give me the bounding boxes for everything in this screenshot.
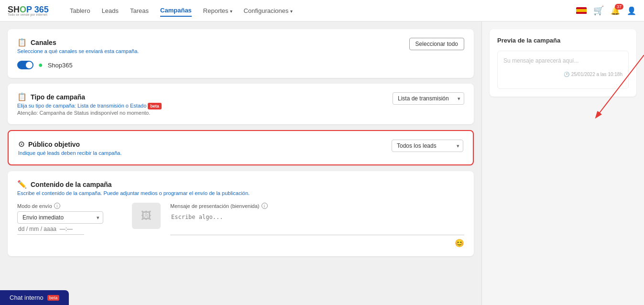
publico-subtitle: Indique qué leads deben recibir la campa… (18, 150, 121, 156)
logo: SHOP 365 Todo se vende por internet (8, 5, 55, 16)
publico-title: ⊙ Público objetivo (18, 140, 121, 149)
contenido-subtitle: Escribe el contenido de la campaña. Pued… (17, 190, 250, 196)
publico-icon: ⊙ (18, 140, 24, 149)
contenido-row: Modo de envío i Envío inmediato Programa… (17, 203, 464, 248)
nav-campanas[interactable]: Campañas (160, 5, 192, 17)
left-content: 📋 Canales Seleccione a qué canales se en… (0, 22, 481, 305)
navbar: SHOP 365 Todo se vende por internet Tabl… (0, 0, 644, 22)
contenido-card: ✏️ Contenido de la campaña Escribe el co… (8, 171, 474, 256)
media-placeholder[interactable]: 🖼 (132, 203, 161, 229)
contenido-title: ✏️ Contenido de la campaña (17, 180, 250, 189)
canales-header: 📋 Canales Seleccione a qué canales se en… (17, 38, 464, 54)
modo-select-container: Envío inmediato Programado (17, 211, 103, 224)
user-icon[interactable]: 👤 (627, 6, 636, 15)
cart-icon[interactable]: 🛒 (593, 5, 604, 16)
preview-placeholder: Su mensaje aparecerá aquí... (503, 57, 579, 64)
notifications-badge: 37 (615, 4, 623, 10)
modo-select[interactable]: Envío inmediato Programado (17, 211, 103, 224)
contenido-header: ✏️ Contenido de la campaña Escribe el co… (17, 180, 464, 196)
config-arrow: ▾ (290, 9, 293, 14)
clock-icon: 🕐 (564, 72, 569, 77)
emoji-icon[interactable]: 😊 (170, 239, 464, 248)
message-label: Mensaje de presentación (bienvenida) i (170, 203, 464, 209)
publico-header: ⊙ Público objetivo Indique qué leads deb… (18, 140, 463, 156)
flag-icon[interactable] (576, 7, 587, 14)
canales-icon: 📋 (17, 38, 27, 47)
tipo-icon: 📋 (17, 92, 27, 101)
modo-info-icon[interactable]: i (54, 203, 60, 209)
nav-tareas[interactable]: Tareas (130, 5, 149, 16)
publico-objetivo-card: ⊙ Público objetivo Indique qué leads deb… (8, 130, 474, 165)
preview-title: Previa de la campaña (497, 37, 629, 44)
channel-name: Shop365 (48, 62, 73, 69)
publico-select-container: Todos los leads Segmento (392, 140, 463, 152)
reportes-arrow: ▾ (230, 9, 232, 14)
nav-configuraciones[interactable]: Configuraciones▾ (244, 5, 293, 16)
message-section: Mensaje de presentación (bienvenida) i 😊 (170, 203, 464, 248)
preview-message-box: Su mensaje aparecerá aquí... 🕐 25/01/202… (497, 51, 629, 89)
tipo-campana-card: 📋 Tipo de campaña Elija su tipo de campa… (8, 84, 474, 124)
tipo-header: 📋 Tipo de campaña Elija su tipo de campa… (17, 92, 464, 116)
chat-interno-label: Chat interno (10, 294, 44, 301)
tipo-select[interactable]: Lista de transmisión Estado (393, 92, 464, 105)
tipo-select-container: Lista de transmisión Estado (393, 92, 464, 105)
chat-beta-badge: beta (47, 295, 60, 301)
nav-leads[interactable]: Leads (102, 5, 119, 16)
beta-badge: beta (148, 103, 162, 109)
tipo-note: Atenção: Campanha de Status indisponível… (17, 110, 162, 116)
notifications-icon[interactable]: 🔔 37 (611, 6, 620, 15)
tipo-title-block: 📋 Tipo de campaña Elija su tipo de campa… (17, 92, 162, 116)
date-input[interactable] (17, 224, 84, 235)
preview-timestamp: 🕐 25/01/2022 a las 10:18h (503, 72, 622, 77)
select-all-button[interactable]: Seleccionar todo (409, 38, 464, 50)
message-info-icon[interactable]: i (262, 203, 268, 209)
channel-row: ● Shop365 (17, 61, 464, 69)
message-input[interactable] (170, 211, 464, 235)
mode-section: Modo de envío i Envío inmediato Programa… (17, 203, 122, 248)
main-container: 📋 Canales Seleccione a qué canales se en… (0, 22, 644, 305)
canales-subtitle: Seleccione a qué canales se enviará esta… (17, 48, 139, 54)
contenido-title-block: ✏️ Contenido de la campaña Escribe el co… (17, 180, 250, 196)
nav-tablero[interactable]: Tablero (70, 5, 90, 16)
canales-title-block: 📋 Canales Seleccione a qué canales se en… (17, 38, 139, 54)
publico-select[interactable]: Todos los leads Segmento (392, 140, 463, 152)
canales-title: 📋 Canales (17, 38, 139, 47)
tipo-subtitle: Elija su tipo de campaña: Lista de trans… (17, 103, 162, 109)
publico-title-block: ⊙ Público objetivo Indique qué leads deb… (18, 140, 121, 156)
canales-card: 📋 Canales Seleccione a qué canales se en… (8, 29, 474, 78)
modo-envio-label: Modo de envío i (17, 203, 122, 209)
nav-links: Tablero Leads Tareas Campañas Reportes▾ … (70, 5, 576, 17)
contenido-icon: ✏️ (17, 180, 27, 189)
whatsapp-icon: ● (38, 61, 43, 69)
tipo-title: 📋 Tipo de campaña (17, 92, 162, 101)
toggle-knob (26, 62, 33, 68)
logo-subtitle: Todo se vende por internet (8, 13, 49, 16)
nav-reportes[interactable]: Reportes▾ (203, 5, 232, 16)
chat-interno-bar[interactable]: Chat interno beta (0, 290, 69, 305)
preview-card: Previa de la campaña Su mensaje aparecer… (490, 29, 636, 97)
navbar-right: 🛒 🔔 37 👤 (576, 5, 636, 16)
channel-toggle[interactable] (17, 61, 33, 69)
right-panel: Previa de la campaña Su mensaje aparecer… (481, 22, 644, 305)
